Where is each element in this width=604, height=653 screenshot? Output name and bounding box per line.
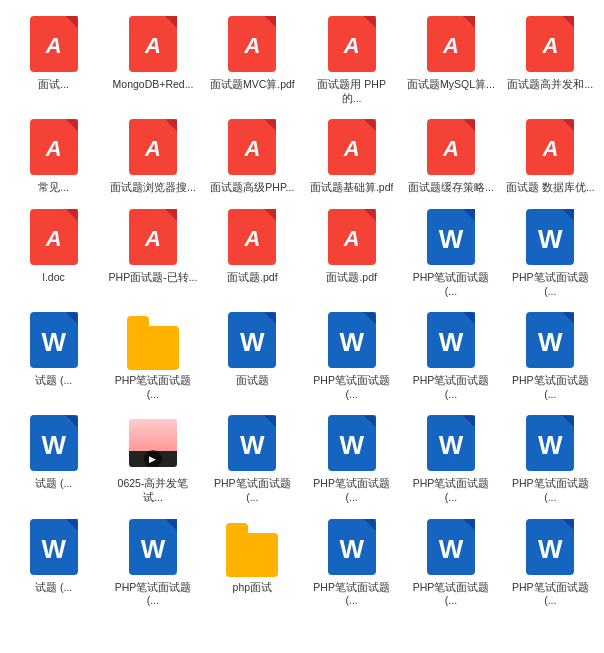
list-item[interactable]: A 面试题用 PHP 的... (302, 8, 401, 111)
acrobat-symbol: A (344, 35, 360, 57)
list-item[interactable]: A MongoDB+Red... (103, 8, 202, 111)
list-item[interactable]: A 面试题.pdf (203, 201, 302, 304)
pdf-icon: A (326, 117, 378, 177)
list-item[interactable]: W PHP笔试面试题 (... (302, 407, 401, 510)
list-item[interactable]: A 面试题基础算.pdf (302, 111, 401, 201)
list-item[interactable]: W PHP笔试面试题 (... (302, 511, 401, 614)
list-item[interactable]: W 试题 (... (4, 511, 103, 614)
word-icon: W (28, 310, 80, 370)
acrobat-symbol: A (244, 138, 260, 160)
file-label: 面试题 (236, 374, 269, 388)
list-item[interactable]: A 面试题MySQL算... (401, 8, 500, 111)
w-symbol: W (439, 226, 464, 252)
list-item[interactable]: W PHP笔试面试题 (... (401, 511, 500, 614)
w-symbol: W (339, 329, 364, 355)
file-label: PHP笔试面试题 (... (406, 271, 496, 298)
list-item[interactable]: W PHP笔试面试题 (... (501, 511, 600, 614)
file-label: 常见... (38, 181, 69, 195)
pdf-icon: A (226, 207, 278, 267)
pdf-icon: A (226, 117, 278, 177)
list-item[interactable]: W PHP笔试面试题 (... (401, 407, 500, 510)
pdf-icon: A (425, 117, 477, 177)
file-label: PHP笔试面试题 (... (406, 374, 496, 401)
w-symbol: W (41, 536, 66, 562)
w-symbol: W (240, 432, 265, 458)
file-label: PHP笔试面试题 (... (505, 477, 595, 504)
file-grid: A 面试... A MongoDB+Red... A 面试题MVC算.pdf A… (0, 0, 604, 622)
word-icon: W (524, 517, 576, 577)
list-item[interactable]: php面试 (203, 511, 302, 614)
file-label: 试题 (... (35, 374, 72, 388)
list-item[interactable]: W PHP笔试面试题 (... (401, 201, 500, 304)
acrobat-symbol: A (244, 228, 260, 250)
folder-icon (127, 310, 179, 370)
list-item[interactable]: A 面试题浏览器搜... (103, 111, 202, 201)
file-label: 面试题 数据库优... (506, 181, 595, 195)
file-label: 0625-高并发笔试... (108, 477, 198, 504)
list-item[interactable]: A 面试题缓存策略... (401, 111, 500, 201)
list-item[interactable]: A 面试题高级PHP... (203, 111, 302, 201)
pdf-icon: A (326, 14, 378, 74)
file-label: PHP笔试面试题 (... (406, 477, 496, 504)
list-item[interactable]: A 常见... (4, 111, 103, 201)
word-icon: W (425, 413, 477, 473)
file-label: 试题 (... (35, 477, 72, 491)
w-symbol: W (240, 329, 265, 355)
word-icon: W (226, 413, 278, 473)
word-icon: W (127, 517, 179, 577)
file-label: PHP笔试面试题 (... (505, 581, 595, 608)
file-label: 面试题MySQL算... (407, 78, 495, 92)
list-item[interactable]: W PHP笔试面试题 (... (501, 201, 600, 304)
list-item[interactable]: W PHP笔试面试题 (... (501, 407, 600, 510)
acrobat-symbol: A (344, 138, 360, 160)
w-symbol: W (538, 226, 563, 252)
list-item[interactable]: W PHP笔试面试题 (... (203, 407, 302, 510)
file-label: 面试题浏览器搜... (110, 181, 196, 195)
list-item[interactable]: W 面试题 (203, 304, 302, 407)
list-item[interactable]: A 面试题高并发和... (501, 8, 600, 111)
file-label: 面试题基础算.pdf (310, 181, 394, 195)
pdf-icon: A (326, 207, 378, 267)
file-label: PHP笔试面试题 (... (505, 271, 595, 298)
list-item[interactable]: ▶ 0625-高并发笔试... (103, 407, 202, 510)
list-item[interactable]: W 试题 (... (4, 407, 103, 510)
w-symbol: W (339, 536, 364, 562)
acrobat-symbol: A (443, 35, 459, 57)
list-item[interactable]: A 面试题 数据库优... (501, 111, 600, 201)
list-item[interactable]: PHP笔试面试题 (... (103, 304, 202, 407)
pdf-icon: A (28, 117, 80, 177)
acrobat-symbol: A (542, 35, 558, 57)
file-label: PHP笔试面试题 (... (307, 581, 397, 608)
file-label: 面试题MVC算.pdf (210, 78, 295, 92)
file-label: PHP笔试面试题 (... (406, 581, 496, 608)
list-item[interactable]: A l.doc (4, 201, 103, 304)
w-symbol: W (41, 432, 66, 458)
list-item[interactable]: W PHP笔试面试题 (... (401, 304, 500, 407)
word-icon: W (326, 413, 378, 473)
file-label: PHP笔试面试题 (... (108, 581, 198, 608)
list-item[interactable]: A 面试题MVC算.pdf (203, 8, 302, 111)
list-item[interactable]: A 面试题.pdf (302, 201, 401, 304)
list-item[interactable]: W PHP笔试面试题 (... (103, 511, 202, 614)
acrobat-symbol: A (145, 138, 161, 160)
w-symbol: W (538, 329, 563, 355)
list-item[interactable]: W PHP笔试面试题 (... (302, 304, 401, 407)
list-item[interactable]: A 面试... (4, 8, 103, 111)
video-thumbnail: ▶ (127, 413, 179, 473)
acrobat-symbol: A (145, 228, 161, 250)
list-item[interactable]: W PHP笔试面试题 (... (501, 304, 600, 407)
file-label: 试题 (... (35, 581, 72, 595)
pdf-icon: A (28, 14, 80, 74)
file-label: PHP笔试面试题 (... (505, 374, 595, 401)
acrobat-symbol: A (344, 228, 360, 250)
file-label: 面试题高级PHP... (210, 181, 294, 195)
pdf-icon: A (127, 117, 179, 177)
word-icon: W (425, 207, 477, 267)
play-button: ▶ (144, 450, 162, 467)
list-item[interactable]: W 试题 (... (4, 304, 103, 407)
word-icon: W (425, 517, 477, 577)
list-item[interactable]: A PHP面试题-已转... (103, 201, 202, 304)
file-label: PHP笔试面试题 (... (307, 477, 397, 504)
acrobat-symbol: A (443, 138, 459, 160)
w-symbol: W (339, 432, 364, 458)
